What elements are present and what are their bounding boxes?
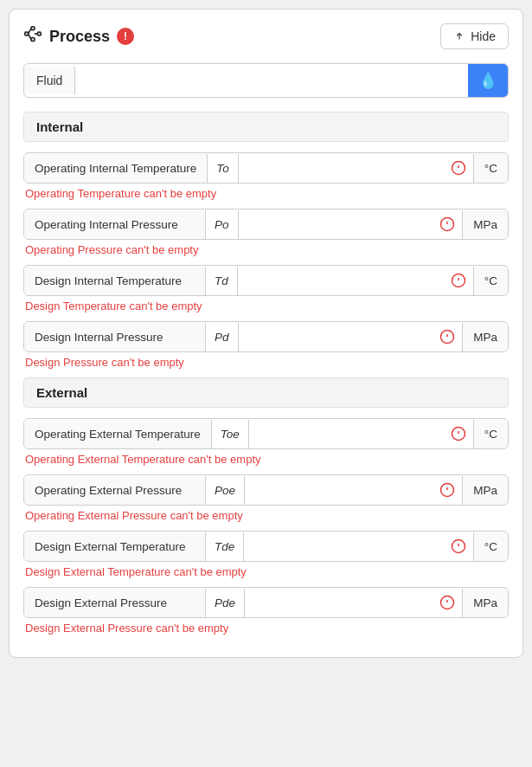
field-group-design-external-pressure: Design External PressurePdeMPaDesign Ext… [23,587,509,635]
field-warning-icon-design-internal-temp [444,273,473,288]
field-input-op-internal-pressure[interactable] [239,209,433,239]
field-group-op-external-pressure: Operating External PressurePoeMPaOperati… [23,474,509,522]
field-abbr-design-external-temp: Tde [206,532,244,561]
field-warning-icon-design-external-pressure [433,595,462,610]
field-warning-icon-design-internal-pressure [433,329,462,345]
field-input-design-internal-pressure[interactable] [239,322,433,351]
field-unit-op-internal-temp: °C [473,154,508,183]
error-msg-op-internal-pressure: Operating Pressure can't be empty [23,243,509,256]
field-row-op-external-pressure: Operating External PressurePoeMPa [23,474,509,506]
svg-rect-1 [31,26,35,29]
field-row-op-internal-pressure: Operating Internal PressurePoMPa [23,209,509,240]
process-card: Process ! Hide Fluid 💧 InternalOperating… [9,9,523,658]
field-row-design-internal-pressure: Design Internal PressurePdMPa [23,321,509,352]
field-warning-icon-op-external-temp [444,426,473,442]
field-group-op-internal-pressure: Operating Internal PressurePoMPaOperatin… [23,209,509,256]
field-label-op-external-pressure: Operating External Pressure [24,476,206,505]
field-input-op-external-pressure[interactable] [245,475,433,505]
hide-label: Hide [471,29,496,43]
hide-button[interactable]: Hide [440,23,509,49]
field-warning-icon-op-internal-temp [444,160,473,176]
droplet-icon: 💧 [478,71,497,90]
error-msg-design-external-pressure: Design External Pressure can't be empty [23,622,509,635]
field-abbr-op-external-temp: Toe [212,420,249,448]
field-row-design-external-pressure: Design External PressurePdeMPa [23,587,509,618]
error-msg-op-external-pressure: Operating External Pressure can't be emp… [23,509,509,522]
field-row-op-external-temp: Operating External TemperatureToe°C [23,418,509,449]
field-label-op-external-temp: Operating External Temperature [24,420,212,448]
field-unit-design-internal-temp: °C [473,267,508,295]
field-group-design-internal-pressure: Design Internal PressurePdMPaDesign Pres… [23,321,509,369]
page-title: Process [49,28,110,46]
upload-icon [453,30,465,42]
field-row-design-external-temp: Design External TemperatureTde°C [23,531,509,562]
field-label-design-external-temp: Design External Temperature [24,532,206,561]
svg-rect-2 [31,37,35,41]
field-abbr-op-internal-pressure: Po [206,210,239,239]
error-msg-design-external-temp: Design External Temperature can't be emp… [23,565,509,578]
network-icon [23,25,42,48]
field-row-design-internal-temp: Design Internal TemperatureTd°C [23,265,509,296]
fluid-icon-button[interactable]: 💧 [468,64,508,97]
field-unit-design-internal-pressure: MPa [462,323,508,351]
field-abbr-op-internal-temp: To [208,154,239,183]
field-label-design-internal-pressure: Design Internal Pressure [24,323,206,351]
field-abbr-design-internal-temp: Td [206,267,238,295]
fluid-label: Fluid [24,67,75,94]
sections-container: InternalOperating Internal TemperatureTo… [23,112,509,635]
field-unit-op-external-pressure: MPa [462,476,508,505]
field-input-design-internal-temp[interactable] [238,266,444,295]
alert-badge: ! [117,28,134,45]
svg-rect-3 [38,32,42,35]
svg-line-4 [29,28,32,33]
field-unit-op-external-temp: °C [473,420,508,448]
field-unit-op-internal-pressure: MPa [462,210,508,239]
field-label-design-external-pressure: Design External Pressure [24,589,206,617]
svg-line-5 [29,34,32,39]
field-unit-design-external-temp: °C [473,532,508,561]
field-row-op-internal-temp: Operating Internal TemperatureTo°C [23,152,509,184]
field-group-design-external-temp: Design External TemperatureTde°CDesign E… [23,531,509,578]
field-group-design-internal-temp: Design Internal TemperatureTd°CDesign Te… [23,265,509,313]
field-abbr-op-external-pressure: Poe [206,476,245,505]
field-label-op-internal-pressure: Operating Internal Pressure [24,210,206,239]
field-label-op-internal-temp: Operating Internal Temperature [24,154,208,183]
fluid-input[interactable] [75,67,468,94]
svg-rect-0 [25,32,29,35]
section-header-external: External [23,377,509,408]
field-input-design-external-temp[interactable] [244,532,444,561]
field-input-op-internal-temp[interactable] [239,153,444,183]
field-warning-icon-op-internal-pressure [433,216,462,232]
field-warning-icon-op-external-pressure [433,482,462,498]
error-msg-design-internal-temp: Design Temperature can't be empty [23,300,509,313]
section-header-internal: Internal [23,112,509,142]
error-msg-op-internal-temp: Operating Temperature can't be empty [23,187,509,200]
field-group-op-external-temp: Operating External TemperatureToe°COpera… [23,418,509,466]
field-warning-icon-design-external-temp [444,538,473,554]
error-msg-design-internal-pressure: Design Pressure can't be empty [23,356,509,369]
title-group: Process ! [23,25,134,48]
fluid-row: Fluid 💧 [23,63,509,98]
field-abbr-design-internal-pressure: Pd [206,323,239,351]
error-msg-op-external-temp: Operating External Temperature can't be … [23,453,509,466]
field-unit-design-external-pressure: MPa [462,589,508,617]
field-label-design-internal-temp: Design Internal Temperature [24,267,206,295]
card-header: Process ! Hide [23,23,509,49]
field-abbr-design-external-pressure: Pde [206,589,245,617]
field-input-design-external-pressure[interactable] [245,588,433,617]
field-group-op-internal-temp: Operating Internal TemperatureTo°COperat… [23,152,509,200]
field-input-op-external-temp[interactable] [249,419,444,448]
